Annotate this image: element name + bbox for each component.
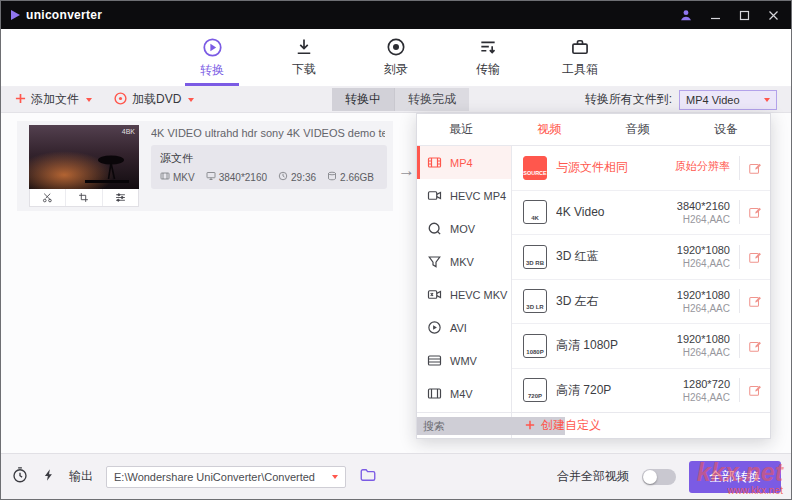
nav-tab-download[interactable]: 下载	[275, 29, 333, 86]
format-picker-panel: 最近 视频 音频 设备 MP4 HEVC MP4	[416, 113, 771, 439]
preset-same-as-source[interactable]: SOURCE 与源文件相同 原始分辨率	[512, 146, 770, 191]
add-files-button[interactable]: 添加文件	[15, 91, 92, 108]
nav-tab-convert[interactable]: 转换	[183, 29, 241, 86]
source-info-box: 源文件 MKV 3840*2160 29:36 2.66GB	[151, 145, 387, 189]
tab-converted[interactable]: 转换完成	[395, 88, 469, 111]
edit-preset-button[interactable]	[748, 205, 762, 219]
video-thumbnail: 4BK	[29, 125, 139, 189]
format-label: MKV	[450, 256, 474, 268]
format-option-mkv[interactable]: MKV	[417, 245, 511, 278]
tab-audio[interactable]: 音频	[594, 121, 682, 138]
convert-all-button[interactable]: 全部转换	[689, 461, 781, 493]
resolution-icon	[206, 171, 216, 183]
edit-toolbar	[29, 189, 139, 207]
format-option-mov[interactable]: MOV	[417, 212, 511, 245]
nav-tab-label: 下载	[292, 61, 316, 78]
convert-to-value: MP4 Video	[686, 94, 740, 106]
app-window: uniconverter 转换 下载 刻录	[0, 0, 792, 500]
source-label: 源文件	[160, 151, 378, 166]
file-resolution: 3840*2160	[219, 172, 267, 183]
merge-videos-toggle[interactable]	[642, 469, 676, 485]
preset-4k-video[interactable]: 4K 4K Video 3840*2160H264,AAC	[512, 191, 770, 236]
format-list: MP4 HEVC MP4 MOV MKV	[417, 146, 512, 412]
edit-preset-button[interactable]	[748, 339, 762, 353]
merge-videos-label: 合并全部视频	[557, 468, 629, 485]
format-option-hevc-mp4[interactable]: HEVC MP4	[417, 179, 511, 212]
crop-button[interactable]	[66, 189, 102, 206]
preset-hd-1080p[interactable]: 1080P 高清 1080P 1920*1080H264,AAC	[512, 324, 770, 369]
effects-button[interactable]	[103, 189, 138, 206]
nav-tab-burn[interactable]: 刻录	[367, 29, 425, 86]
format-label: MOV	[450, 223, 475, 235]
app-logo-icon	[11, 10, 20, 20]
file-title: 4K VIDEO ultrahd hdr sony 4K VIDEOS demo…	[151, 127, 385, 139]
output-label: 输出	[69, 468, 93, 485]
edit-preset-button[interactable]	[748, 383, 762, 397]
preset-list: SOURCE 与源文件相同 原始分辨率 4K 4K Video 3840*216…	[512, 146, 770, 412]
open-folder-icon[interactable]	[359, 466, 377, 488]
m4v-icon	[426, 386, 443, 401]
create-custom-label: 创建自定义	[541, 417, 601, 434]
load-dvd-button[interactable]: 加载DVD	[114, 91, 194, 108]
format-option-m4v[interactable]: M4V	[417, 377, 511, 410]
plus-icon	[525, 419, 535, 433]
format-option-hevc-mkv[interactable]: HEVC MKV	[417, 278, 511, 311]
minimize-button[interactable]	[707, 7, 723, 23]
caret-down-icon	[332, 475, 338, 479]
edit-preset-button[interactable]	[748, 294, 762, 308]
format-option-mp4[interactable]: MP4	[417, 146, 511, 179]
main-nav: 转换 下载 刻录 传输 工具箱	[1, 29, 791, 87]
format-label: M4V	[450, 388, 473, 400]
edit-preset-button[interactable]	[748, 161, 762, 175]
nav-tab-label: 工具箱	[562, 61, 598, 78]
format-panel-tabs: 最近 视频 音频 设备	[417, 114, 770, 146]
hevc-mkv-icon	[426, 287, 443, 302]
nav-tab-label: 传输	[476, 61, 500, 78]
record-icon	[386, 37, 406, 57]
nav-tab-label: 转换	[200, 62, 224, 79]
convert-icon	[202, 37, 223, 58]
tab-video[interactable]: 视频	[505, 121, 593, 138]
caret-down-icon	[764, 98, 770, 102]
source-badge-icon: SOURCE	[523, 156, 547, 180]
caret-down-icon	[86, 98, 92, 102]
clock-icon	[278, 171, 288, 183]
format-option-avi[interactable]: AVI	[417, 311, 511, 344]
format-option-wmv[interactable]: WMV	[417, 344, 511, 377]
download-icon	[294, 37, 314, 57]
preset-3d-left-right[interactable]: 3D LR 3D 左右 1920*1080H264,AAC	[512, 280, 770, 325]
format-label: HEVC MKV	[450, 289, 507, 301]
nav-tab-label: 刻录	[384, 61, 408, 78]
film-icon	[160, 171, 170, 183]
tab-recent[interactable]: 最近	[417, 121, 505, 138]
mkv-icon	[426, 254, 443, 269]
format-label: AVI	[450, 322, 467, 334]
format-label: HEVC MP4	[450, 190, 506, 202]
schedule-icon[interactable]	[11, 466, 29, 488]
720p-badge-icon: 720P	[523, 378, 547, 402]
preset-hd-720p[interactable]: 720P 高清 720P 1280*720H264,AAC	[512, 369, 770, 413]
plus-icon	[15, 93, 26, 107]
add-files-label: 添加文件	[31, 91, 79, 108]
4k-badge-icon: 4K	[523, 200, 547, 224]
avi-icon	[426, 320, 443, 335]
tab-device[interactable]: 设备	[682, 121, 770, 138]
nav-tab-transfer[interactable]: 传输	[459, 29, 517, 86]
trim-button[interactable]	[30, 189, 66, 206]
3d-lr-badge-icon: 3D LR	[523, 289, 547, 313]
file-list-item[interactable]: 4BK 4K VIDEO ultrahd hdr sony 4K VIDEOS …	[17, 121, 393, 211]
format-label: MP4	[450, 157, 473, 169]
tab-converting[interactable]: 转换中	[332, 88, 395, 111]
maximize-button[interactable]	[736, 7, 752, 23]
close-button[interactable]	[765, 7, 781, 23]
convert-to-dropdown[interactable]: MP4 Video	[679, 90, 777, 110]
footer-bar: 输出 E:\Wondershare UniConverter\Converted…	[1, 453, 791, 499]
preset-3d-red-blue[interactable]: 3D RB 3D 红蓝 1920*1080H264,AAC	[512, 235, 770, 280]
edit-preset-button[interactable]	[748, 250, 762, 264]
mp4-icon	[426, 155, 443, 170]
output-path-dropdown[interactable]: E:\Wondershare UniConverter\Converted	[106, 466, 346, 488]
account-icon[interactable]	[678, 7, 694, 23]
nav-tab-toolbox[interactable]: 工具箱	[551, 29, 609, 86]
create-custom-button[interactable]: 创建自定义	[512, 413, 770, 438]
high-speed-icon[interactable]	[42, 466, 56, 488]
